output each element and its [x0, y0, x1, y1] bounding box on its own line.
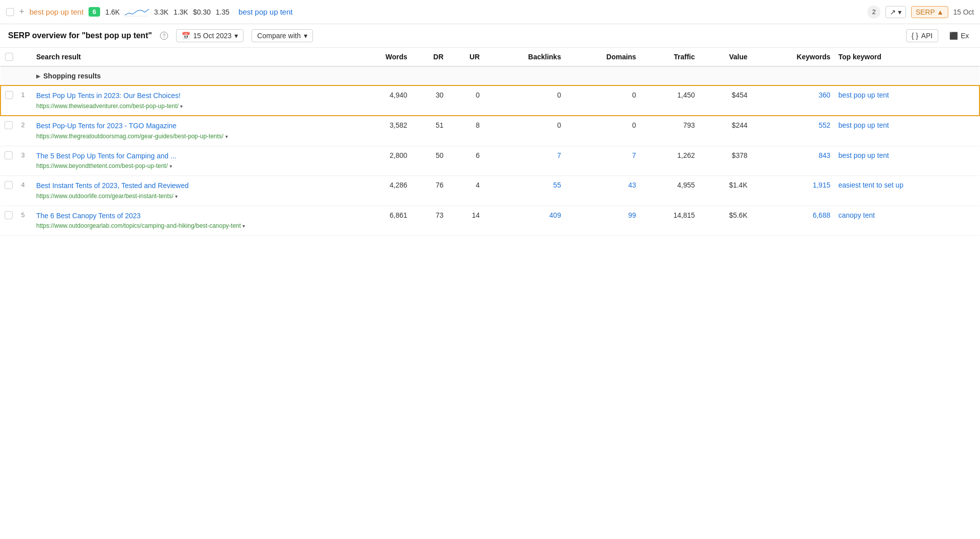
url-dropdown-icon[interactable]: ▾	[175, 194, 178, 199]
result-title[interactable]: Best Instant Tents of 2023, Tested and R…	[36, 181, 348, 191]
result-url[interactable]: https://www.thegreatoutdoorsmag.com/gear…	[36, 132, 348, 141]
ur-cell: 6	[448, 146, 484, 175]
result-cell: Best Pop-Up Tents for 2023 - TGO Magazin…	[32, 116, 352, 146]
row-checkbox[interactable]	[5, 211, 13, 219]
backlinks-cell: 0	[484, 85, 565, 116]
api-button[interactable]: { } API	[906, 29, 938, 42]
keywords-value[interactable]: 360	[819, 91, 830, 99]
url-dropdown-icon[interactable]: ▾	[242, 223, 245, 229]
backlinks-value: 0	[557, 91, 561, 99]
export-button[interactable]: ⬛ Ex	[946, 30, 972, 42]
top-bar: + best pop up tent 6 1.6K 3.3K 1.3K $0.3…	[0, 0, 980, 24]
result-url[interactable]: https://www.outdoorgearlab.com/topics/ca…	[36, 222, 348, 230]
date-picker-button[interactable]: 📅 15 Oct 2023 ▾	[176, 29, 243, 42]
compare-button[interactable]: Compare with ▾	[252, 29, 312, 42]
row-checkbox[interactable]	[5, 181, 13, 189]
row-number: 4	[21, 181, 25, 189]
result-url[interactable]: https://www.beyondthetent.com/best-pop-u…	[36, 162, 348, 170]
domains-value[interactable]: 99	[628, 211, 636, 219]
ur-value: 6	[476, 151, 480, 159]
domains-value[interactable]: 43	[628, 181, 636, 189]
row-checkbox[interactable]	[5, 121, 13, 129]
result-url[interactable]: https://www.outdoorlife.com/gear/best-in…	[36, 192, 348, 201]
result-cell: The 6 Best Canopy Tents of 2023 https://…	[32, 206, 352, 235]
row-checkbox[interactable]	[6, 8, 14, 16]
header-ur: UR	[448, 48, 484, 66]
keywords-value[interactable]: 6,688	[812, 211, 830, 219]
keyword-badge: 6	[89, 7, 100, 17]
serp-table-wrapper: Search result Words DR UR Backlinks Doma…	[0, 48, 980, 236]
dr-value: 50	[436, 151, 444, 159]
dr-cell: 30	[412, 85, 448, 116]
keywords-cell: 360	[752, 85, 835, 116]
serp-table: Search result Words DR UR Backlinks Doma…	[0, 48, 980, 236]
shopping-triangle-icon[interactable]: ▶	[36, 73, 40, 79]
stat-volume: 1.6K	[105, 8, 120, 16]
header-value: Value	[699, 48, 751, 66]
top-date: 15 Oct	[953, 8, 974, 16]
row-checkbox[interactable]	[5, 151, 13, 159]
backlinks-value: 0	[557, 121, 561, 129]
stat-ctr: 1.35	[216, 8, 229, 16]
traffic-value: 1,262	[677, 151, 695, 159]
result-title[interactable]: The 5 Best Pop Up Tents for Camping and …	[36, 151, 348, 161]
backlinks-value[interactable]: 55	[553, 181, 561, 189]
top-keyword-value[interactable]: canopy tent	[838, 211, 874, 219]
add-icon[interactable]: +	[19, 7, 25, 17]
table-row: 4 Best Instant Tents of 2023, Tested and…	[1, 176, 979, 206]
url-dropdown-icon[interactable]: ▾	[225, 134, 228, 139]
words-cell: 6,861	[352, 206, 412, 235]
keywords-value[interactable]: 1,915	[812, 181, 830, 189]
trend-button[interactable]: ↗ ▾	[885, 6, 906, 18]
result-cell: Best Pop Up Tents in 2023: Our Best Choi…	[32, 85, 352, 116]
keywords-value[interactable]: 843	[819, 151, 830, 159]
top-keyword-value[interactable]: best pop up tent	[838, 151, 888, 159]
backlinks-value[interactable]: 409	[549, 211, 561, 219]
top-keyword-cell: best pop up tent	[834, 116, 979, 146]
value-cell: $244	[699, 116, 751, 146]
api-label: API	[921, 32, 933, 40]
result-title[interactable]: Best Pop Up Tents in 2023: Our Best Choi…	[36, 91, 348, 101]
url-dropdown-icon[interactable]: ▾	[170, 163, 172, 169]
keywords-cell: 1,915	[752, 176, 835, 206]
top-keyword-value[interactable]: easiest tent to set up	[838, 181, 903, 189]
shopping-label: ▶ Shopping results	[36, 72, 975, 80]
row-num-cell: 3	[17, 146, 32, 175]
top-keyword-value[interactable]: best pop up tent	[838, 121, 888, 129]
header-domains: Domains	[565, 48, 640, 66]
date-dropdown-icon: ▾	[234, 32, 238, 40]
table-row: 5 The 6 Best Canopy Tents of 2023 https:…	[1, 206, 979, 235]
value-amount: $5.6K	[729, 211, 748, 219]
sub-header: SERP overview for "best pop up tent" ? 📅…	[0, 24, 980, 48]
traffic-value: 4,955	[677, 181, 695, 189]
row-checkbox-cell	[1, 206, 17, 235]
keyword-label: best pop up tent	[30, 8, 84, 16]
keyword-match-label[interactable]: best pop up tent	[238, 8, 293, 16]
domains-value[interactable]: 7	[632, 151, 636, 159]
serp-button[interactable]: SERP ▲	[911, 6, 948, 18]
row-checkbox[interactable]	[5, 91, 13, 99]
url-dropdown-icon[interactable]: ▾	[180, 104, 183, 109]
header-backlinks: Backlinks	[484, 48, 565, 66]
result-title[interactable]: The 6 Best Canopy Tents of 2023	[36, 211, 348, 221]
trend-dropdown-icon[interactable]: ▾	[898, 8, 902, 16]
traffic-value: 14,815	[673, 211, 695, 219]
result-url[interactable]: https://www.thewiseadventurer.com/best-p…	[36, 102, 348, 111]
table-row: 3 The 5 Best Pop Up Tents for Camping an…	[1, 146, 979, 175]
row-checkbox-cell	[1, 85, 17, 116]
backlinks-value[interactable]: 7	[557, 151, 561, 159]
trend-icon: ↗	[890, 8, 896, 16]
words-cell: 3,582	[352, 116, 412, 146]
header-checkbox[interactable]	[5, 53, 13, 61]
help-icon[interactable]: ?	[160, 32, 168, 40]
result-title[interactable]: Best Pop-Up Tents for 2023 - TGO Magazin…	[36, 121, 348, 131]
row-num-cell: 5	[17, 206, 32, 235]
position-badge: 2	[867, 6, 880, 19]
keywords-cell: 843	[752, 146, 835, 175]
value-amount: $1.4K	[729, 181, 748, 189]
dr-cell: 76	[412, 176, 448, 206]
top-keyword-cell: canopy tent	[834, 206, 979, 235]
keywords-value[interactable]: 552	[819, 121, 830, 129]
top-keyword-value[interactable]: best pop up tent	[838, 91, 888, 99]
ur-value: 14	[472, 211, 480, 219]
